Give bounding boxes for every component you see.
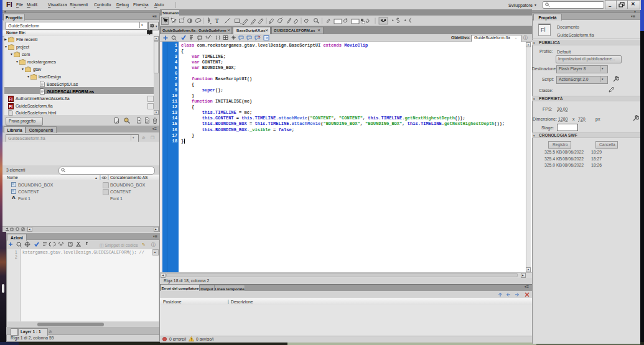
svg-text:Fl: Fl [9,97,12,101]
svg-text:T: T [215,17,220,24]
svg-text:Fl: Fl [9,104,12,109]
